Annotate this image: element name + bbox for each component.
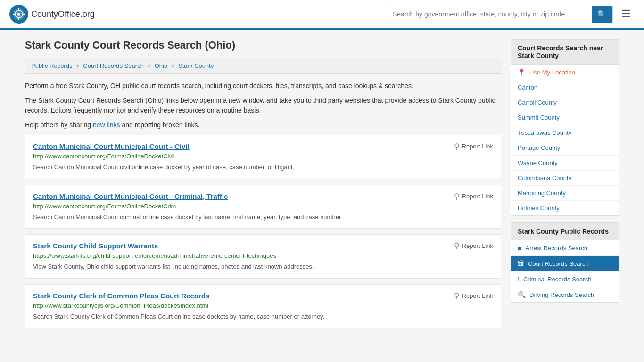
report-icon: ⚲ xyxy=(454,192,460,201)
pr-icon: 🏛 xyxy=(518,260,524,267)
new-links-link[interactable]: new links xyxy=(93,121,120,129)
results-container: Canton Municipal Court Municipal Court -… xyxy=(25,135,501,328)
nearby-link[interactable]: Wayne County xyxy=(518,159,558,166)
breadcrumb-ohio[interactable]: Ohio xyxy=(155,62,167,69)
pr-icon: ! xyxy=(518,275,520,283)
nearby-link[interactable]: Summit County xyxy=(518,114,560,121)
result-url[interactable]: http://www.starkcountycjis.org/Common_Pl… xyxy=(33,302,493,309)
pr-label: Arrest Records Search xyxy=(525,245,587,252)
pr-icon: ■ xyxy=(518,244,521,252)
breadcrumb-court-records[interactable]: Court Records Search xyxy=(83,62,144,69)
public-record-item[interactable]: 🔍Driving Records Search xyxy=(511,287,619,302)
public-record-item[interactable]: 🏛Court Records Search xyxy=(511,256,619,272)
nearby-item[interactable]: Canton xyxy=(511,80,619,95)
report-label: Report Link xyxy=(462,193,493,200)
result-desc: Search Canton Municipal Court criminal o… xyxy=(33,213,493,222)
logo-icon xyxy=(9,5,28,24)
public-records-items: ■Arrest Records Search🏛Court Records Sea… xyxy=(511,240,619,302)
description-2: The Stark County Court Records Search (O… xyxy=(25,96,501,115)
nearby-item[interactable]: 📍Use My Location xyxy=(511,65,619,80)
result-title[interactable]: Canton Municipal Court Municipal Court -… xyxy=(33,142,190,150)
nearby-item[interactable]: Tuscarawas County xyxy=(511,125,619,140)
nearby-link[interactable]: Mahoning County xyxy=(518,189,566,197)
report-link[interactable]: ⚲ Report Link xyxy=(454,142,493,151)
nearby-link[interactable]: Carroll County xyxy=(518,99,557,106)
breadcrumb-stark-county[interactable]: Stark County xyxy=(178,62,214,69)
breadcrumb-public-records[interactable]: Public Records xyxy=(31,62,72,69)
location-icon: 📍 xyxy=(518,68,526,76)
result-desc: Search Stark County Clerk of Common Plea… xyxy=(33,312,493,321)
pr-label: Criminal Records Search xyxy=(523,276,592,283)
nearby-item[interactable]: Portage County xyxy=(511,140,619,156)
search-bar: 🔍 xyxy=(387,6,613,23)
nearby-item[interactable]: Carroll County xyxy=(511,95,619,110)
nearby-item[interactable]: Summit County xyxy=(511,110,619,125)
public-record-item[interactable]: ■Arrest Records Search xyxy=(511,240,619,256)
nearby-link[interactable]: Portage County xyxy=(518,144,560,151)
svg-point-2 xyxy=(17,13,20,16)
nearby-item[interactable]: Columbiana County xyxy=(511,171,619,186)
main-container: Stark County Court Records Search (Ohio)… xyxy=(16,30,628,343)
public-record-item[interactable]: !Criminal Records Search xyxy=(511,272,619,287)
use-location-label: Use My Location xyxy=(529,69,575,76)
pr-label: Driving Records Search xyxy=(529,291,594,298)
nearby-link[interactable]: Holmes County xyxy=(518,205,560,212)
nearby-item[interactable]: Holmes County xyxy=(511,201,619,215)
page-title: Stark County Court Records Search (Ohio) xyxy=(25,39,501,51)
result-title[interactable]: Stark County Child Support Warrants xyxy=(33,242,158,250)
report-label: Report Link xyxy=(462,143,493,150)
nearby-item[interactable]: Mahoning County xyxy=(511,186,619,201)
report-icon: ⚲ xyxy=(454,291,460,300)
result-item: Canton Municipal Court Municipal Court -… xyxy=(25,185,501,229)
menu-button[interactable]: ☰ xyxy=(618,6,635,22)
description-3: Help others by sharing new links and rep… xyxy=(25,120,501,130)
result-url[interactable]: http://www.cantoncourt.org/Forms/OnlineD… xyxy=(33,203,493,210)
result-title-row: Canton Municipal Court Municipal Court -… xyxy=(33,192,493,201)
result-item: Canton Municipal Court Municipal Court -… xyxy=(25,135,501,179)
public-records-title: Stark County Public Records xyxy=(511,223,619,240)
nearby-items: 📍Use My LocationCantonCarroll CountySumm… xyxy=(511,65,619,215)
result-url[interactable]: https://www.starkjfs.org/child-support-e… xyxy=(33,252,493,259)
pr-label: Court Records Search xyxy=(528,260,589,267)
nearby-section: Court Records Search near Stark County 📍… xyxy=(511,39,619,216)
pr-icon: 🔍 xyxy=(518,291,526,298)
breadcrumb: Public Records > Court Records Search > … xyxy=(25,58,501,74)
result-title-row: Canton Municipal Court Municipal Court -… xyxy=(33,142,493,151)
header-right: 🔍 ☰ xyxy=(387,6,635,23)
logo-text: CountyOffice.org xyxy=(31,9,95,19)
logo-area: CountyOffice.org xyxy=(9,5,95,24)
result-item: Stark County Clerk of Common Pleas Court… xyxy=(25,284,501,329)
nearby-link[interactable]: Tuscarawas County xyxy=(518,129,571,136)
result-title-row: Stark County Child Support Warrants ⚲ Re… xyxy=(33,241,493,250)
result-title[interactable]: Canton Municipal Court Municipal Court -… xyxy=(33,192,228,200)
result-title[interactable]: Stark County Clerk of Common Pleas Court… xyxy=(33,292,209,300)
nearby-title: Court Records Search near Stark County xyxy=(511,40,619,65)
nearby-link[interactable]: Canton xyxy=(518,84,537,91)
result-title-row: Stark County Clerk of Common Pleas Court… xyxy=(33,291,493,300)
report-link[interactable]: ⚲ Report Link xyxy=(454,291,493,300)
search-input[interactable] xyxy=(387,7,592,22)
content-area: Stark County Court Records Search (Ohio)… xyxy=(25,39,501,334)
search-button[interactable]: 🔍 xyxy=(592,6,612,23)
public-records-section: Stark County Public Records ■Arrest Reco… xyxy=(511,222,619,303)
report-label: Report Link xyxy=(462,292,493,299)
nearby-item[interactable]: Wayne County xyxy=(511,156,619,171)
result-desc: View Stark County, Ohio child support wa… xyxy=(33,262,493,272)
report-link[interactable]: ⚲ Report Link xyxy=(454,192,493,201)
report-icon: ⚲ xyxy=(454,241,460,250)
result-desc: Search Canton Municipal Court civil onli… xyxy=(33,163,493,172)
sidebar: Court Records Search near Stark County 📍… xyxy=(511,39,619,334)
site-header: CountyOffice.org 🔍 ☰ xyxy=(0,0,644,30)
result-url[interactable]: http://www.cantoncourt.org/Forms/OnlineD… xyxy=(33,153,493,160)
result-item: Stark County Child Support Warrants ⚲ Re… xyxy=(25,234,501,279)
description-1: Perform a free Stark County, OH public c… xyxy=(25,81,501,91)
report-label: Report Link xyxy=(462,242,493,249)
report-link[interactable]: ⚲ Report Link xyxy=(454,241,493,250)
report-icon: ⚲ xyxy=(454,142,460,151)
nearby-link[interactable]: Columbiana County xyxy=(518,174,571,181)
